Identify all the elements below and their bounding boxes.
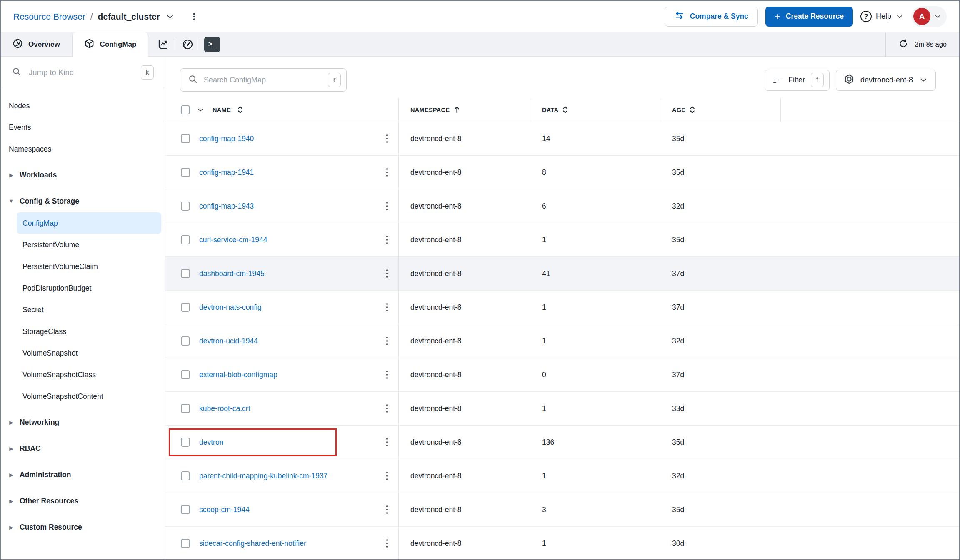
- row-checkbox[interactable]: [181, 134, 190, 143]
- table-row: kube-root-ca.crt devtroncd-ent-8 1 33d: [165, 392, 959, 426]
- select-all-checkbox[interactable]: [181, 105, 190, 114]
- row-kebab-menu-icon[interactable]: [381, 198, 393, 214]
- row-checkbox[interactable]: [181, 303, 190, 312]
- sidebar-item-rbac[interactable]: RBAC: [4, 437, 161, 460]
- row-kebab-menu-icon[interactable]: [381, 265, 393, 282]
- sidebar-item-namespaces[interactable]: Namespaces: [4, 138, 161, 160]
- toolbar-right: Filter f devtroncd-ent-8: [765, 70, 936, 91]
- row-name-link[interactable]: curl-service-cm-1944: [199, 236, 267, 244]
- row-kebab-menu-icon[interactable]: [381, 299, 393, 316]
- row-checkbox[interactable]: [181, 235, 190, 244]
- search-placeholder: Search ConfigMap: [204, 76, 266, 85]
- toolbar: Search ConfigMap r Filter f devtroncd-en…: [165, 68, 959, 92]
- sidebar-item-events[interactable]: Events: [4, 117, 161, 138]
- sidebar: Jump to Kind k Nodes Events Namespaces W…: [1, 57, 165, 559]
- row-name-link[interactable]: config-map-1943: [199, 202, 254, 211]
- header-kebab-menu-icon[interactable]: [189, 12, 199, 22]
- configmap-search-input[interactable]: Search ConfigMap r: [180, 68, 347, 92]
- monitoring-chart-button[interactable]: [151, 32, 175, 57]
- user-menu[interactable]: A: [911, 6, 947, 27]
- row-name-link[interactable]: parent-child-mapping-kubelink-cm-1937: [199, 472, 328, 480]
- row-kebab-menu-icon[interactable]: [381, 164, 393, 181]
- user-chevron-down-icon: [934, 12, 942, 20]
- group-caret-icon: [8, 419, 14, 426]
- row-name-link[interactable]: config-map-1941: [199, 168, 254, 177]
- filter-shortcut-badge: f: [811, 73, 824, 87]
- sidebar-item-label: Namespaces: [9, 145, 51, 154]
- row-name-link[interactable]: devtron-ucid-1944: [199, 337, 258, 346]
- row-checkbox[interactable]: [181, 404, 190, 413]
- column-header-namespace[interactable]: NAMESPACE: [410, 107, 450, 113]
- sidebar-item-persistentvolumeclaim[interactable]: PersistentVolumeClaim: [17, 256, 161, 277]
- row-name-link[interactable]: scoop-cm-1944: [199, 505, 250, 514]
- filter-button[interactable]: Filter f: [765, 70, 830, 91]
- row-kebab-menu-icon[interactable]: [381, 434, 393, 450]
- sidebar-item-other-resources[interactable]: Other Resources: [4, 490, 161, 512]
- row-kebab-menu-icon[interactable]: [381, 333, 393, 349]
- sidebar-item-workloads[interactable]: Workloads: [4, 164, 161, 186]
- sidebar-item-volumesnapshotclass[interactable]: VolumeSnapshotClass: [17, 364, 161, 386]
- row-name-link[interactable]: external-blob-configmap: [199, 371, 278, 379]
- row-age: 32d: [661, 189, 781, 223]
- row-name-link[interactable]: devtron-nats-config: [199, 303, 262, 312]
- sidebar-item-configmap[interactable]: ConfigMap: [17, 212, 161, 234]
- sidebar-item-label: Nodes: [9, 102, 30, 110]
- help-menu[interactable]: ? Help: [860, 11, 904, 22]
- table-row: devtron-ucid-1944 devtroncd-ent-8 1 32d: [165, 324, 959, 358]
- bulk-select-chevron-down-icon[interactable]: [196, 106, 205, 114]
- row-checkbox[interactable]: [181, 505, 190, 514]
- tab-configmap[interactable]: ConfigMap: [72, 32, 149, 57]
- namespace-dropdown[interactable]: devtroncd-ent-8: [836, 70, 936, 91]
- row-name-link[interactable]: sidecar-config-shared-ent-notifier: [199, 539, 306, 548]
- sidebar-item-volumesnapshotcontent[interactable]: VolumeSnapshotContent: [17, 386, 161, 407]
- row-kebab-menu-icon[interactable]: [381, 366, 393, 383]
- sidebar-item-persistentvolume[interactable]: PersistentVolume: [17, 234, 161, 256]
- row-checkbox[interactable]: [181, 336, 190, 346]
- row-kebab-menu-icon[interactable]: [381, 468, 393, 484]
- row-age: 33d: [661, 392, 781, 425]
- sidebar-item-networking[interactable]: Networking: [4, 411, 161, 433]
- sidebar-item-administration[interactable]: Administration: [4, 463, 161, 486]
- refresh-icon[interactable]: [898, 39, 908, 50]
- row-checkbox[interactable]: [181, 471, 190, 480]
- group-caret-icon: [8, 198, 14, 204]
- row-kebab-menu-icon[interactable]: [381, 130, 393, 147]
- create-resource-button[interactable]: + Create Resource: [765, 7, 853, 27]
- column-header-data[interactable]: DATA: [542, 107, 558, 113]
- row-checkbox[interactable]: [181, 370, 190, 379]
- group-caret-icon: [8, 446, 14, 452]
- tab-overview[interactable]: Overview: [1, 32, 72, 56]
- cluster-chevron-down-icon[interactable]: [165, 12, 175, 22]
- row-name-link[interactable]: dashboard-cm-1945: [199, 269, 265, 278]
- sort-both-icon: [562, 106, 568, 114]
- jump-to-kind-search[interactable]: Jump to Kind k: [1, 57, 165, 88]
- sidebar-item-config-storage[interactable]: Config & Storage: [4, 190, 161, 212]
- column-header-age[interactable]: AGE: [672, 107, 685, 113]
- column-header-name[interactable]: NAME: [212, 107, 231, 113]
- terminal-icon: >_: [204, 37, 220, 52]
- sidebar-item-poddisruptionbudget[interactable]: PodDisruptionBudget: [17, 277, 161, 299]
- breadcrumb-resource-browser-link[interactable]: Resource Browser: [13, 12, 85, 22]
- row-kebab-menu-icon[interactable]: [381, 231, 393, 248]
- row-checkbox[interactable]: [181, 168, 190, 177]
- compare-sync-button[interactable]: Compare & Sync: [665, 7, 758, 27]
- sidebar-item-custom-resource[interactable]: Custom Resource: [4, 516, 161, 538]
- row-kebab-menu-icon[interactable]: [381, 501, 393, 518]
- sidebar-item-volumesnapshot[interactable]: VolumeSnapshot: [17, 342, 161, 364]
- row-checkbox[interactable]: [181, 202, 190, 211]
- row-name-link[interactable]: kube-root-ca.crt: [199, 404, 250, 413]
- row-name-link[interactable]: devtron: [199, 438, 223, 447]
- sidebar-item-nodes[interactable]: Nodes: [4, 95, 161, 117]
- row-namespace: devtroncd-ent-8: [399, 426, 531, 459]
- gauge-dashboard-button[interactable]: [175, 32, 200, 57]
- terminal-button[interactable]: >_: [200, 32, 224, 57]
- row-name-link[interactable]: config-map-1940: [199, 134, 254, 143]
- row-checkbox[interactable]: [181, 438, 190, 447]
- row-kebab-menu-icon[interactable]: [381, 400, 393, 417]
- sidebar-item-storageclass[interactable]: StorageClass: [17, 321, 161, 342]
- sidebar-item-secret[interactable]: Secret: [17, 299, 161, 321]
- row-checkbox[interactable]: [181, 269, 190, 278]
- row-kebab-menu-icon[interactable]: [381, 535, 393, 552]
- row-checkbox[interactable]: [181, 539, 190, 548]
- app-header: Resource Browser / default_cluster Compa…: [1, 1, 959, 32]
